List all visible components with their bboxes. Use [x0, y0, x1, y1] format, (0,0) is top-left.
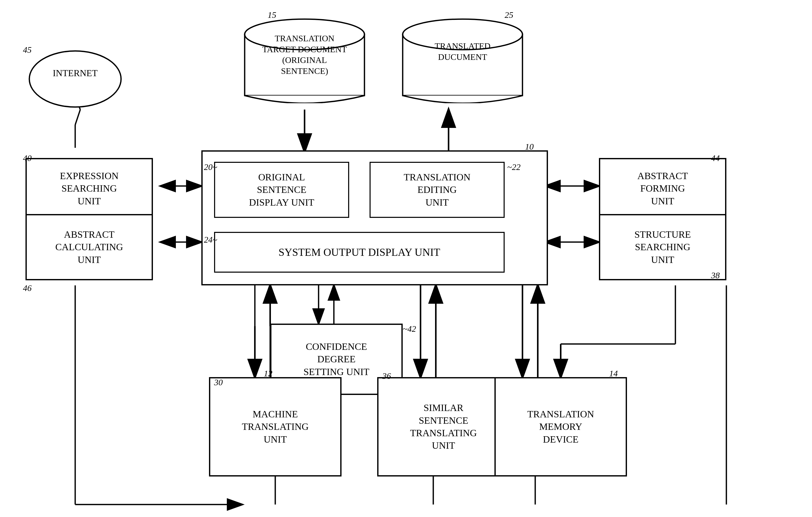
abstract-forming-box: ABSTRACTFORMINGUNIT [599, 158, 726, 219]
expression-searching-text: EXPRESSIONSEARCHINGUNIT [58, 168, 120, 209]
original-sentence-display-text: ORIGINALSENTENCEDISPLAY UNIT [247, 169, 316, 211]
ref-20: 20~ [204, 162, 217, 173]
svg-line-7 [75, 110, 80, 125]
original-sentence-display-box: ORIGINALSENTENCEDISPLAY UNIT [214, 162, 349, 218]
abstract-calculating-text: ABSTRACTCALCULATINGUNIT [53, 226, 125, 268]
db15-label: TRANSLATIONTARGET DOCUMENT(ORIGINALSENTE… [242, 33, 367, 77]
structure-searching-text: STRUCTURESEARCHINGUNIT [632, 226, 693, 268]
svg-point-34 [29, 51, 121, 107]
ref-30: 30 [214, 377, 223, 388]
internet-label: INTERNET [26, 67, 125, 79]
ref-22: ~22 [507, 162, 520, 173]
similar-sentence-text: SIMILARSENTENCETRANSLATINGUNIT [408, 399, 479, 454]
ref-14: 14 [609, 368, 618, 379]
translation-editing-text: TRANSLATIONEDITINGUNIT [402, 169, 472, 211]
structure-searching-box: STRUCTURESEARCHINGUNIT [599, 214, 726, 280]
machine-translating-box: MACHINETRANSLATINGUNIT [209, 377, 342, 477]
translation-memory-box: TRANSLATIONMEMORYDEVICE [494, 377, 627, 477]
ref-38: 38 [711, 270, 720, 281]
abstract-forming-text: ABSTRACTFORMINGUNIT [635, 168, 690, 209]
abstract-calculating-box: ABSTRACTCALCULATINGUNIT [26, 214, 153, 280]
ref-45: 45 [23, 44, 32, 56]
system-output-display-box: SYSTEM OUTPUT DISPLAY UNIT [214, 232, 504, 273]
ref-36: 36 [382, 371, 391, 382]
similar-sentence-box: SIMILARSENTENCETRANSLATINGUNIT [377, 377, 510, 477]
expression-searching-box: EXPRESSIONSEARCHINGUNIT [26, 158, 153, 219]
db25-label: TRANSLATEDDUCUMENT [400, 41, 525, 62]
confidence-degree-text: CONFIDENCEDEGREESETTING UNIT [301, 338, 372, 380]
ref-25: 25 [504, 10, 513, 21]
translation-editing-box: TRANSLATIONEDITINGUNIT [370, 162, 504, 218]
ref-44: 44 [711, 153, 720, 164]
ref-46: 46 [23, 283, 32, 294]
machine-translating-text: MACHINETRANSLATINGUNIT [240, 406, 311, 448]
ref-40: 40 [23, 153, 32, 164]
translation-memory-text: TRANSLATIONMEMORYDEVICE [525, 406, 596, 448]
ref-42: ~42 [403, 324, 416, 335]
ref-24: 24~ [204, 235, 217, 245]
system-output-display-text: SYSTEM OUTPUT DISPLAY UNIT [277, 243, 442, 262]
ref-10: 10 [525, 142, 534, 152]
ref-15: 15 [268, 10, 276, 21]
